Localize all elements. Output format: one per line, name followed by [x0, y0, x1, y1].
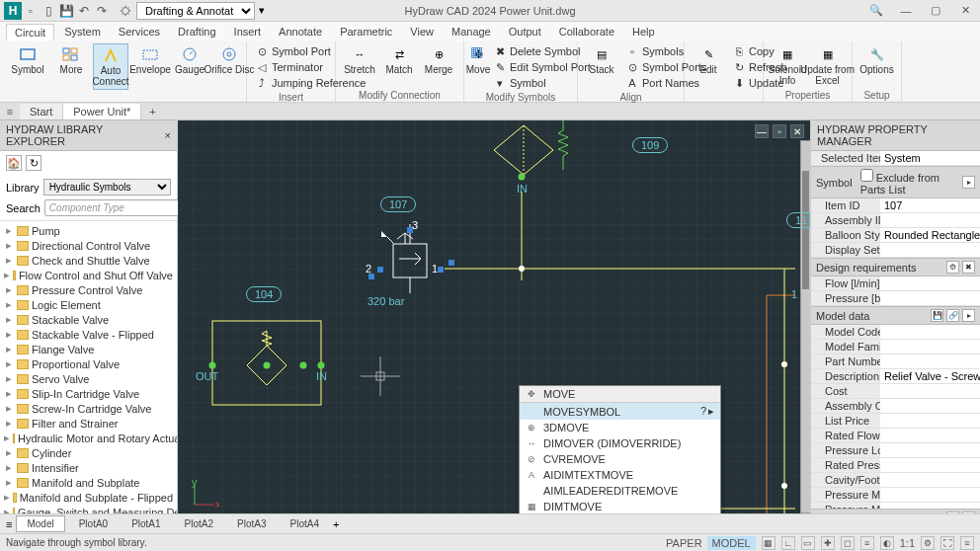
stretch-button[interactable]: ↔Stretch: [342, 43, 377, 77]
property-row[interactable]: Balloon StyleRounded Rectangle: [811, 228, 980, 243]
property-row[interactable]: Rated Pressure: [811, 458, 980, 473]
new-icon[interactable]: ▫: [22, 2, 40, 20]
cmd-aidimtextmove[interactable]: AAIDIMTEXTMOVE: [520, 467, 720, 483]
chevron-icon[interactable]: ▸: [962, 176, 975, 189]
property-row[interactable]: Part Number: [811, 354, 980, 369]
tab-add[interactable]: +: [333, 518, 339, 530]
cmd-3dmove[interactable]: ⊕3DMOVE: [520, 420, 720, 435]
workspace-select[interactable]: Drafting & Annotation: [136, 2, 255, 20]
canvas-minimize-icon[interactable]: —: [755, 124, 769, 138]
tree-node[interactable]: ▸Slip-In Cartridge Valve: [0, 386, 177, 401]
app-icon[interactable]: H: [4, 2, 22, 20]
canvas-scrollbar-v[interactable]: [800, 140, 810, 513]
chevron-icon[interactable]: ▸: [962, 309, 975, 322]
help-icon[interactable]: ?: [700, 405, 706, 418]
property-row[interactable]: List Price: [811, 414, 980, 429]
tree-node[interactable]: ▸Flange Valve: [0, 342, 177, 356]
tree-node[interactable]: ▸Cylinder: [0, 445, 177, 460]
tab-plota0[interactable]: PlotA0: [69, 516, 118, 531]
polar-icon[interactable]: ✚: [821, 536, 835, 550]
grid-icon[interactable]: ▦: [762, 536, 776, 550]
hamburger-icon[interactable]: ≡: [6, 518, 12, 530]
stack-button[interactable]: ▤Stack: [584, 43, 619, 77]
tree-node[interactable]: ▸Pressure Control Valve: [0, 282, 177, 297]
property-row[interactable]: Assembly Cost: [811, 399, 980, 414]
menu-insert[interactable]: Insert: [226, 24, 270, 39]
edit-button[interactable]: ✎Edit: [691, 43, 726, 77]
tab-plota1[interactable]: PlotA1: [122, 516, 170, 531]
tab-plota4[interactable]: PlotA4: [281, 516, 329, 531]
symbol-button[interactable]: Symbol: [6, 43, 49, 77]
cmd-aimleader[interactable]: AIMLEADEREDITREMOVE: [520, 483, 720, 499]
tree-node[interactable]: ▸Check and Shuttle Valve: [0, 253, 177, 268]
auto-connect-button[interactable]: Auto Connect: [93, 43, 128, 90]
tree-node[interactable]: ▸Logic Element: [0, 297, 177, 312]
tree-node[interactable]: ▸Stackable Valve - Flipped: [0, 327, 177, 342]
property-row[interactable]: Cost: [811, 384, 980, 399]
cmd-cvremove[interactable]: ⊘CVREMOVE: [520, 451, 720, 467]
save-icon[interactable]: 💾: [931, 309, 943, 322]
menu-manage[interactable]: Manage: [444, 24, 499, 39]
close-button[interactable]: ✕: [950, 0, 980, 22]
canvas-restore-icon[interactable]: ▫: [773, 124, 786, 138]
search-icon[interactable]: 🔍: [861, 0, 891, 22]
maximize-button[interactable]: ▢: [921, 0, 950, 22]
update-from-excel-button[interactable]: ▦Update from Excel: [809, 43, 846, 88]
tree-node[interactable]: ▸Stackable Valve: [0, 312, 177, 327]
redo-icon[interactable]: ↷: [93, 2, 111, 20]
cmd-dimtmove[interactable]: ▦DIMTMOVE: [520, 499, 720, 514]
menu-help[interactable]: Help: [624, 24, 663, 39]
library-tree[interactable]: ▸Pump▸Directional Control Valve▸Check an…: [0, 221, 177, 533]
library-select[interactable]: Hydraulic Symbols: [43, 179, 171, 196]
property-row[interactable]: Cavity/Footprin: [811, 473, 980, 488]
snap-icon[interactable]: ∟: [781, 536, 795, 550]
grip[interactable]: [377, 267, 383, 273]
property-row[interactable]: Pressure Min [b: [811, 488, 980, 503]
refresh-icon[interactable]: ↻: [26, 155, 41, 171]
model-section[interactable]: Model data: [816, 310, 869, 322]
tree-node[interactable]: ▸Directional Control Valve: [0, 238, 177, 253]
hamburger-icon[interactable]: ≡: [0, 106, 20, 118]
menu-parametric[interactable]: Parametric: [332, 24, 400, 39]
property-row[interactable]: Assembly ID: [811, 213, 980, 228]
menu-drafting[interactable]: Drafting: [170, 24, 224, 39]
lineweight-icon[interactable]: ≡: [860, 536, 874, 550]
menu-annotate[interactable]: Annotate: [271, 24, 330, 39]
menu-view[interactable]: View: [402, 24, 442, 39]
tab-model[interactable]: Model: [16, 515, 64, 532]
tree-node[interactable]: ▸Flow Control and Shut Off Valve: [0, 268, 177, 282]
delete-icon[interactable]: ✖: [962, 261, 975, 274]
fullscreen-icon[interactable]: ⛶: [940, 536, 954, 550]
property-row[interactable]: Item ID107: [811, 198, 980, 213]
transparency-icon[interactable]: ◐: [880, 536, 894, 550]
search-input[interactable]: [44, 199, 194, 216]
tab-add[interactable]: +: [141, 104, 163, 119]
menu-circuit[interactable]: Circuit: [6, 24, 54, 40]
menu-collaborate[interactable]: Collaborate: [551, 24, 622, 39]
tree-node[interactable]: ▸Servo Valve: [0, 371, 177, 386]
scale-value[interactable]: 1:1: [900, 537, 915, 549]
match-button[interactable]: ⇄Match: [381, 43, 417, 77]
more-button[interactable]: More: [53, 43, 89, 77]
save-icon[interactable]: 💾: [57, 2, 75, 20]
ortho-icon[interactable]: ▭: [801, 536, 815, 550]
home-icon[interactable]: 🏠: [6, 155, 22, 171]
merge-button[interactable]: ⊕Merge: [421, 43, 456, 77]
tab-power-unit[interactable]: Power Unit*: [63, 104, 141, 119]
menu-services[interactable]: Services: [111, 24, 168, 39]
workspace-switcher[interactable]: Drafting & Annotation ▾: [119, 2, 265, 20]
undo-icon[interactable]: ↶: [75, 2, 93, 20]
property-row[interactable]: Pressure Loss: [811, 443, 980, 458]
tree-node[interactable]: ▸Intensifier: [0, 460, 177, 475]
tree-node[interactable]: ▸Proportional Valve: [0, 356, 177, 371]
dropdown-caret-icon[interactable]: ▾: [259, 4, 265, 17]
osnap-icon[interactable]: ◻: [841, 536, 855, 550]
cmd-movesymbol[interactable]: MOVESYMBOL?▸: [520, 403, 720, 420]
cmd-dimover[interactable]: ↔DIMOVER (DIMOVERRIDE): [520, 435, 720, 451]
orifice-disc-button[interactable]: Orifice Disc: [211, 43, 247, 77]
flyout-icon[interactable]: ▸: [708, 405, 714, 418]
tab-plota2[interactable]: PlotA2: [175, 516, 223, 531]
tree-node[interactable]: ▸Manifold and Subplate: [0, 475, 177, 490]
options-button[interactable]: 🔧Options: [858, 43, 895, 77]
tree-node[interactable]: ▸Filter and Strainer: [0, 416, 177, 431]
